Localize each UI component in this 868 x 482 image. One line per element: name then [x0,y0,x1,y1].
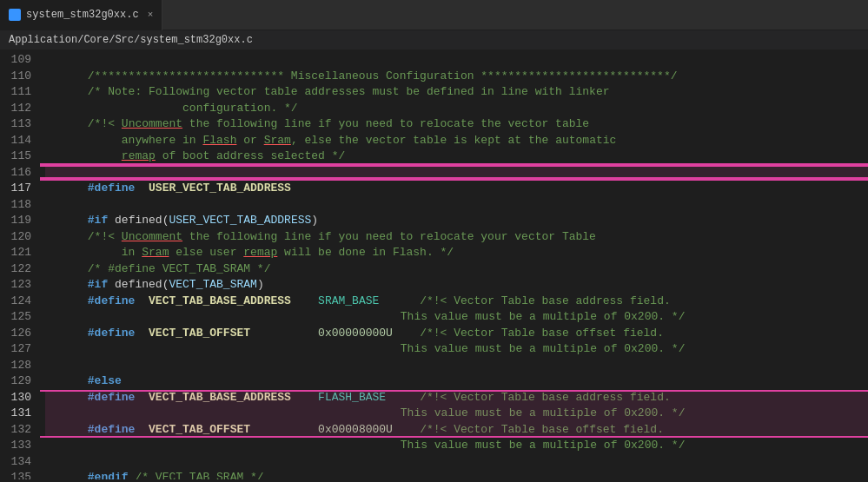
close-icon[interactable]: × [148,10,154,20]
code-line-130: This value must be a multiple of 0x200. … [45,390,868,406]
code-line-123: #define VECT_TAB_BASE_ADDRESS SRAM_BASE … [45,277,868,294]
code-content: /**************************** Miscellane… [40,50,868,479]
code-line-111: configuration. */ [45,84,868,101]
tab-bar: system_stm32g0xx.c × [0,0,868,30]
code-line-135: #endif /* USER_VECT_TAB_ADDRESS */ [45,470,868,479]
code-line-124: This value must be a multiple of 0x200. … [45,294,868,310]
code-line-115 [45,149,868,165]
code-line-128: #else [45,358,868,374]
breadcrumb: Application/Core/Src/system_stm32g0xx.c [0,30,868,50]
code-line-119: /*!< Uncomment the following line if you… [45,213,868,229]
code-line-132: This value must be a multiple of 0x200. … [45,422,868,439]
code-line-131: #define VECT_TAB_OFFSET 0x00008000U /*!<… [45,406,868,422]
code-line-120: in Sram else user remap will be done in … [45,229,868,246]
code-line-109: /**************************** Miscellane… [45,52,868,69]
code-line-116: #define USER_VECT_TAB_ADDRESS [45,165,868,182]
code-line-125: #define VECT_TAB_OFFSET 0x00000000U /*!<… [45,309,868,326]
code-line-113: anywhere in Flash or Sram, else the vect… [45,116,868,133]
code-line-110: /* Note: Following vector table addresse… [45,69,868,85]
tab-system-file[interactable]: system_stm32g0xx.c × [0,0,162,30]
code-line-127 [45,341,868,358]
tab-label: system_stm32g0xx.c [26,9,139,21]
code-line-129: #define VECT_TAB_BASE_ADDRESS FLASH_BASE… [45,373,868,390]
breadcrumb-text: Application/Core/Src/system_stm32g0xx.c [9,34,253,46]
code-line-117 [45,181,868,197]
editor: 109 110 111 112 113 114 115 116 117 118 … [0,50,868,479]
file-icon [9,9,21,21]
code-line-118: #if defined(USER_VECT_TAB_ADDRESS) [45,197,868,214]
code-line-121: /* #define VECT_TAB_SRAM */ [45,245,868,261]
code-line-126: This value must be a multiple of 0x200. … [45,326,868,342]
code-line-112: /*!< Uncomment the following line if you… [45,101,868,117]
code-line-114: remap of boot address selected */ [45,133,868,149]
code-line-122: #if defined(VECT_TAB_SRAM) [45,261,868,278]
code-line-134: #endif /* VECT_TAB_SRAM */ [45,454,868,471]
code-line-133 [45,438,868,454]
line-numbers: 109 110 111 112 113 114 115 116 117 118 … [0,50,40,479]
